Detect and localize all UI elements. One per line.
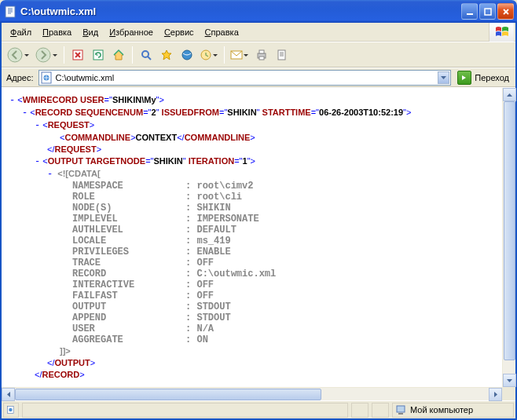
svg-point-7 — [142, 51, 148, 57]
ie-page-icon — [41, 71, 53, 84]
svg-rect-13 — [259, 50, 264, 53]
address-dropdown[interactable] — [438, 71, 449, 84]
go-arrow-icon — [457, 71, 471, 85]
svg-rect-20 — [397, 406, 405, 412]
home-button[interactable] — [109, 46, 128, 64]
menu-tools[interactable]: Сервис — [159, 25, 200, 39]
toolbar-separator — [64, 46, 64, 64]
status-progress-icon — [3, 403, 19, 418]
menu-edit[interactable]: Правка — [37, 25, 77, 39]
scroll-down-button[interactable] — [503, 374, 516, 387]
go-label: Переход — [475, 73, 509, 82]
menu-view[interactable]: Вид — [77, 25, 104, 39]
scroll-up-button[interactable] — [503, 88, 516, 101]
minimize-button[interactable] — [461, 3, 478, 20]
mail-button[interactable] — [229, 46, 251, 64]
cdata-content: NAMESPACE : root\cimv2 ROLE : root\cli N… — [9, 181, 502, 345]
menu-file[interactable]: Файл — [5, 25, 37, 39]
toolbar-separator — [132, 46, 133, 64]
address-input[interactable]: C:\outwmic.xml — [56, 73, 438, 82]
address-label: Адрес: — [5, 73, 35, 82]
toolbar — [2, 42, 515, 68]
media-button[interactable] — [178, 46, 196, 64]
svg-rect-1 — [467, 13, 473, 15]
go-button[interactable]: Переход — [454, 70, 512, 86]
statusbar: Мой компьютер — [2, 400, 515, 418]
stop-button[interactable] — [68, 46, 87, 64]
scroll-thumb[interactable] — [504, 101, 515, 360]
svg-point-19 — [9, 408, 12, 411]
svg-rect-2 — [485, 9, 491, 15]
scroll-corner — [502, 387, 515, 400]
svg-rect-15 — [278, 50, 285, 60]
status-panel — [351, 403, 368, 418]
scroll-right-button[interactable] — [489, 388, 502, 401]
menubar: Файл Правка Вид Избранное Сервис Справка — [2, 23, 515, 42]
edit-button[interactable] — [273, 46, 292, 64]
status-panel — [372, 403, 389, 418]
content-area: -<WMIRECORD USER="SHIKIN\My"> -<RECORD S… — [2, 87, 515, 400]
ie-page-icon — [7, 404, 15, 415]
address-bar: Адрес: C:\outwmic.xml Переход — [2, 68, 515, 87]
horizontal-scrollbar[interactable] — [2, 387, 502, 400]
status-spacer — [22, 403, 348, 418]
maximize-button[interactable] — [479, 3, 496, 20]
toolbar-separator — [224, 46, 225, 64]
svg-point-4 — [36, 48, 50, 62]
titlebar: C:\outwmic.xml — [0, 0, 517, 23]
favorites-button[interactable] — [157, 46, 176, 64]
address-combo[interactable]: C:\outwmic.xml — [38, 70, 452, 86]
svg-rect-21 — [398, 413, 403, 415]
scroll-thumb[interactable] — [15, 389, 321, 400]
status-zone: Мой компьютер — [392, 403, 514, 418]
ie-page-icon — [5, 5, 17, 18]
windows-flag-icon — [489, 23, 514, 42]
refresh-button[interactable] — [89, 46, 108, 64]
history-button[interactable] — [198, 46, 220, 64]
computer-icon — [396, 404, 407, 415]
vertical-scrollbar[interactable] — [502, 88, 515, 387]
search-button[interactable] — [137, 46, 156, 64]
menu-favorites[interactable]: Избранное — [104, 25, 159, 39]
menu-help[interactable]: Справка — [200, 25, 244, 39]
window-title: C:\outwmic.xml — [20, 5, 461, 17]
forward-button[interactable] — [33, 46, 60, 64]
close-button[interactable] — [497, 3, 514, 20]
svg-point-3 — [8, 48, 22, 62]
scroll-left-button[interactable] — [2, 388, 15, 401]
back-button[interactable] — [5, 46, 31, 64]
print-button[interactable] — [252, 46, 271, 64]
svg-rect-14 — [259, 57, 264, 60]
xml-document: -<WMIRECORD USER="SHIKIN\My"> -<RECORD S… — [2, 88, 502, 387]
